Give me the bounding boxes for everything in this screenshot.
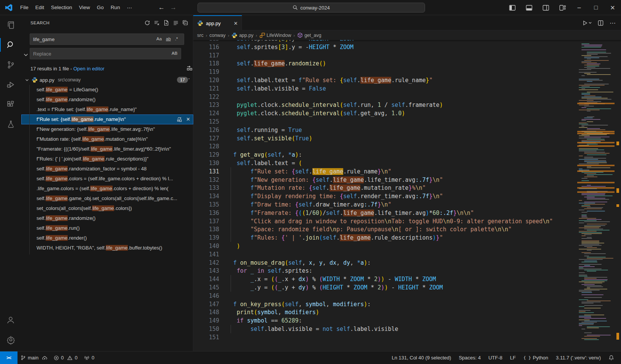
- dismiss-match-icon[interactable]: ✕: [186, 114, 190, 124]
- breadcrumb-app-py[interactable]: app.py: [231, 32, 253, 38]
- code-line-116: 116 self.sprites[3].y = -HEIGHT * ZOOM: [193, 43, 574, 51]
- whole-word-icon[interactable]: ab: [165, 36, 172, 42]
- code-line-132: 132 f"New generation: {self.life_game.li…: [193, 176, 574, 184]
- eol-item[interactable]: LF: [506, 355, 519, 361]
- search-match-row[interactable]: self.life_game.randomize(): [21, 213, 193, 223]
- activity-explorer-icon[interactable]: [0, 15, 21, 35]
- run-python-file-icon[interactable]: [582, 20, 592, 26]
- code-editor[interactable]: 115 self.sprites[2].y = -HEIGHT * ZOOM11…: [193, 40, 574, 343]
- radio-tower-icon: [84, 355, 90, 361]
- code-line-140: 140 ): [193, 242, 574, 250]
- search-match-row[interactable]: self.life_game.run(): [21, 223, 193, 233]
- language-mode-item[interactable]: { } Python: [519, 355, 552, 361]
- view-as-list-icon[interactable]: [173, 20, 179, 26]
- search-match-row[interactable]: f"Rules: {' | '.join(self.life_game.rule…: [21, 154, 193, 164]
- search-match-row[interactable]: .text = f"Rule set: {self.life_game.rule…: [21, 105, 193, 114]
- activity-run-debug-icon[interactable]: [0, 75, 21, 94]
- split-editor-icon[interactable]: [598, 20, 603, 26]
- menu-go[interactable]: Go: [94, 3, 107, 12]
- minimize-button[interactable]: –: [571, 0, 588, 15]
- replace-input[interactable]: [30, 48, 181, 59]
- horizontal-scrollbar[interactable]: [193, 343, 574, 351]
- refresh-icon[interactable]: [144, 20, 150, 26]
- git-branch-item[interactable]: main: [18, 351, 51, 364]
- search-match-row[interactable]: self.life_game.randomize(): [21, 95, 193, 105]
- search-match-row[interactable]: "Framerate: {((1/60)/self.life_game.life…: [21, 144, 193, 154]
- minimap-match-stripe: [577, 165, 615, 166]
- toggle-panel-icon[interactable]: [521, 0, 537, 15]
- code-line-150: 150 self.label.visible = not self.label.…: [193, 325, 574, 333]
- search-match-row[interactable]: self.life_game.game_obj.set_colors(all_c…: [21, 194, 193, 203]
- file-result-row[interactable]: app.py src\conway 17: [21, 75, 193, 85]
- toggle-secondary-sidebar-icon[interactable]: [537, 0, 554, 15]
- vertical-scrollbar[interactable]: [615, 40, 621, 343]
- encoding-item[interactable]: UTF-8: [484, 355, 506, 361]
- menu-edit[interactable]: Edit: [32, 3, 48, 12]
- replace-match-icon[interactable]: [177, 117, 182, 122]
- toggle-replace-chevron-icon[interactable]: [23, 52, 29, 58]
- clear-results-icon[interactable]: [154, 20, 160, 26]
- ports-item[interactable]: 0: [81, 351, 97, 364]
- history-forward-button[interactable]: →: [170, 4, 177, 11]
- activity-account-icon[interactable]: [0, 310, 21, 330]
- minimap-match-stripe: [577, 103, 615, 104]
- preserve-case-icon[interactable]: AB: [170, 50, 178, 56]
- tab-app-py[interactable]: app.py ✕: [193, 15, 242, 30]
- indentation-item[interactable]: Spaces: 4: [455, 355, 485, 361]
- new-search-editor-icon[interactable]: [163, 20, 169, 26]
- code-line-121: 121 self.label.visible = False: [193, 84, 574, 93]
- search-match-row[interactable]: f"Rule set: {self.life_game.rule_name}\n…: [21, 114, 193, 124]
- collapse-all-icon[interactable]: [182, 20, 188, 26]
- command-center-search[interactable]: conway-2024: [197, 3, 425, 13]
- open-in-editor-link[interactable]: Open in editor: [73, 66, 105, 72]
- breadcrumb-conway[interactable]: conway: [209, 33, 225, 38]
- activity-extensions-icon[interactable]: [0, 94, 21, 114]
- python-interpreter-item[interactable]: 3.11.7 ('.venv': venv): [552, 355, 605, 361]
- search-match-row[interactable]: f"New generation: {self.life_game.life_t…: [21, 124, 193, 134]
- cursor-position-item[interactable]: Ln 131, Col 40 (9 selected): [388, 355, 455, 361]
- search-match-row[interactable]: set_colors(all_colors[self.life_game.col…: [21, 203, 193, 213]
- breadcrumb-src[interactable]: src: [197, 33, 204, 38]
- search-match-row[interactable]: WIDTH, HEIGHT, "RGBA", self.life_game.bu…: [21, 243, 193, 253]
- regex-icon[interactable]: .*: [174, 36, 179, 42]
- error-icon: [54, 355, 59, 361]
- breadcrumb-get-avg[interactable]: get_avg: [297, 32, 321, 38]
- breadcrumb-lifewindow[interactable]: LifeWindow: [260, 32, 291, 38]
- remote-indicator[interactable]: ><: [0, 351, 18, 364]
- search-match-row[interactable]: self.life_game.colors = (self.life_game.…: [21, 174, 193, 184]
- code-line-137: 137 "Click and drag in window to reposit…: [193, 217, 574, 226]
- search-match-row[interactable]: f"Mutation rate: {self.life_game.mutatio…: [21, 134, 193, 144]
- menu-run[interactable]: Run: [107, 3, 124, 12]
- activity-source-control-icon[interactable]: [0, 55, 21, 75]
- search-match-row[interactable]: self.life_game = LifeGame(): [21, 85, 193, 95]
- history-back-button[interactable]: ←: [158, 4, 165, 11]
- activity-settings-icon[interactable]: [0, 330, 21, 350]
- search-match-row[interactable]: self.life_game.randomization_factor = sy…: [21, 164, 193, 174]
- tab-close-icon[interactable]: ✕: [234, 21, 238, 26]
- close-button[interactable]: ✕: [604, 0, 621, 15]
- code-line-123: 123 pyglet.clock.schedule_interval(self.…: [193, 101, 574, 109]
- menu-view[interactable]: View: [76, 3, 94, 12]
- menu-[interactable]: ⋯: [123, 3, 135, 12]
- minimap[interactable]: [577, 40, 615, 343]
- breadcrumb-separator: ›: [293, 33, 295, 38]
- chevron-down-icon: [24, 77, 30, 83]
- menu-file[interactable]: File: [17, 3, 32, 12]
- maximize-button[interactable]: □: [588, 0, 604, 15]
- replace-all-icon[interactable]: [186, 65, 193, 71]
- code-line-151: 151: [193, 333, 574, 342]
- menu-selection[interactable]: Selection: [48, 3, 76, 12]
- breadcrumb-separator: ›: [206, 33, 207, 38]
- search-match-row[interactable]: self.life_game.render(): [21, 233, 193, 243]
- notifications-bell-icon[interactable]: [605, 355, 618, 361]
- method-symbol-icon: [297, 32, 303, 38]
- customize-layout-icon[interactable]: [554, 0, 571, 15]
- toggle-primary-sidebar-icon[interactable]: [504, 0, 521, 15]
- breadcrumb-separator: ›: [256, 33, 257, 38]
- activity-search-icon[interactable]: [0, 35, 21, 55]
- match-case-icon[interactable]: Aa: [155, 36, 163, 42]
- more-actions-icon[interactable]: ⋯: [610, 19, 616, 27]
- activity-testing-icon[interactable]: [0, 114, 21, 134]
- problems-item[interactable]: 0 0: [51, 351, 80, 364]
- search-match-row[interactable]: .life_game.colors = (self.life_game.colo…: [21, 184, 193, 194]
